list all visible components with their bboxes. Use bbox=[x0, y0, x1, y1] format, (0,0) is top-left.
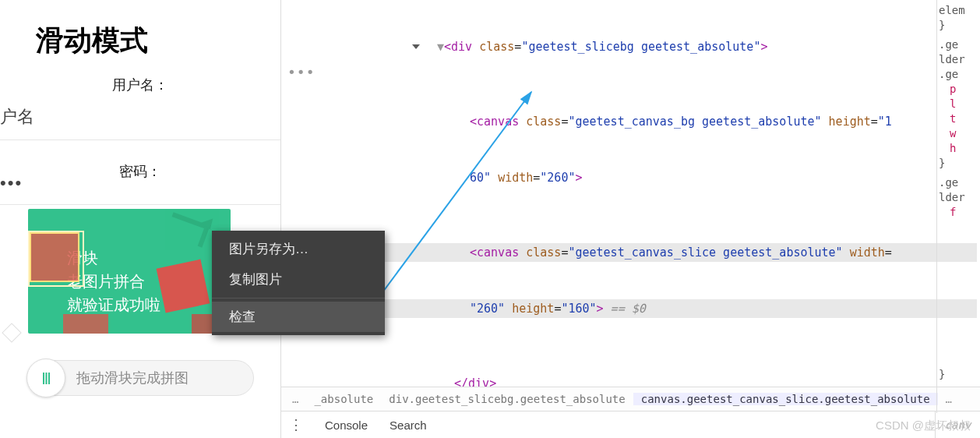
breadcrumb-item[interactable]: div.geetest_slicebg.geetest_absolute bbox=[381, 393, 633, 405]
breadcrumb-item-selected[interactable]: canvas.geetest_canvas_slice.geetest_abso… bbox=[633, 393, 938, 405]
watermark: CSDN @虚坏叔叔 bbox=[876, 419, 971, 433]
login-panel: 滑动模式 用户名： 户名 密码： ••• 滑块 老图片拼合 就验证成功啦 |||… bbox=[0, 0, 280, 438]
captcha-slider-track[interactable]: ||| 拖动滑块完成拼图 bbox=[28, 360, 254, 396]
captcha-pointer bbox=[2, 323, 21, 342]
dom-node[interactable]: <canvas class="geetest_canvas_bg geetest… bbox=[281, 112, 977, 131]
style-line: lder bbox=[939, 52, 978, 67]
style-line: } bbox=[939, 367, 945, 382]
style-line: w bbox=[939, 126, 978, 141]
ctx-copy-image[interactable]: 复制图片 bbox=[212, 264, 385, 295]
breadcrumb-overflow[interactable]: … bbox=[284, 393, 306, 405]
puzzle-decor bbox=[63, 314, 108, 334]
dom-node-selected-cont[interactable]: "260" height="160"> == $0 bbox=[281, 299, 977, 318]
style-line: p bbox=[939, 82, 978, 97]
dom-node-cont[interactable]: 60" width="260"> bbox=[281, 168, 977, 187]
tab-console[interactable]: Console bbox=[325, 419, 368, 432]
captcha-slider-handle[interactable]: ||| bbox=[26, 359, 65, 397]
style-line: lder bbox=[939, 190, 978, 205]
ctx-separator bbox=[212, 298, 385, 298]
style-line: .ge bbox=[939, 175, 978, 190]
style-line: } bbox=[939, 18, 978, 33]
style-line: .ge bbox=[939, 67, 978, 82]
style-line: .ge bbox=[939, 37, 978, 52]
breadcrumb[interactable]: … _absolute div.geetest_slicebg.geetest_… bbox=[281, 387, 980, 412]
style-line: elem bbox=[939, 3, 978, 18]
style-line: h bbox=[939, 141, 978, 156]
dom-tree[interactable]: ▼<div class="geetest_slicebg geetest_abs… bbox=[281, 0, 980, 387]
breadcrumb-item[interactable]: _absolute bbox=[306, 393, 381, 405]
ctx-inspect[interactable]: 检查 bbox=[212, 302, 385, 332]
style-line: } bbox=[939, 156, 978, 171]
captcha-slice-piece[interactable] bbox=[31, 234, 78, 281]
captcha-hint-arrow bbox=[165, 212, 210, 247]
ctx-save-image-as[interactable]: 图片另存为… bbox=[212, 234, 385, 264]
username-input[interactable]: 户名 bbox=[0, 101, 280, 140]
devtools-elements-panel: ••• ▼<div class="geetest_slicebg geetest… bbox=[280, 0, 980, 438]
slider-handle-icon: ||| bbox=[42, 371, 50, 385]
tab-search[interactable]: Search bbox=[390, 419, 427, 432]
styles-pane[interactable]: elem } .ge lder .ge p l t w h } .ge lder… bbox=[936, 0, 980, 413]
style-line: l bbox=[939, 97, 978, 111]
puzzle-gap bbox=[157, 260, 210, 313]
kebab-menu-icon[interactable]: ⋮ bbox=[289, 416, 303, 433]
dom-node[interactable]: ▼<div class="geetest_slicebg geetest_abs… bbox=[281, 37, 977, 56]
gutter-more-icon[interactable]: ••• bbox=[287, 64, 316, 80]
style-line: f bbox=[939, 205, 978, 220]
context-menu: 图片另存为… 复制图片 检查 bbox=[212, 231, 385, 335]
dom-node-selected[interactable]: <canvas class="geetest_canvas_slice geet… bbox=[281, 243, 977, 262]
username-label: 用户名： bbox=[0, 76, 280, 94]
page-title: 滑动模式 bbox=[36, 22, 280, 60]
dom-node-close[interactable]: </div> bbox=[281, 374, 977, 387]
slider-hint-text: 拖动滑块完成拼图 bbox=[76, 369, 189, 387]
captcha-line: 就验证成功啦 bbox=[67, 293, 160, 316]
style-line: t bbox=[939, 111, 978, 126]
